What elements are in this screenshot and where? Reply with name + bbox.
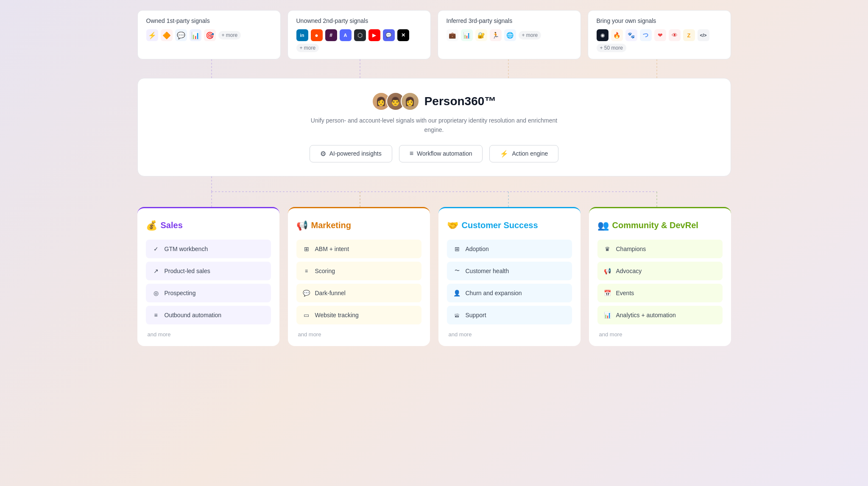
customer-success-card: 🤝 Customer Success ⊞ Adoption 〜 Customer… <box>438 207 581 346</box>
workflow-automation-button[interactable]: ≡ Workflow automation <box>399 145 483 162</box>
sales-card: 💰 Sales ✓ GTM workbench ↗ Product-led sa… <box>137 207 279 346</box>
inferred-signals-icons: 💼 📊 🔐 🏃 🌐 + more <box>447 29 572 41</box>
unowned-signals-icons: in ● # A ⬡ ▶ 💬 ✕ + more <box>296 29 422 52</box>
dark-funnel-item[interactable]: 💬 Dark-funnel <box>296 284 421 302</box>
marketing-and-more: and more <box>296 331 421 338</box>
churn-expansion-item[interactable]: 👤 Churn and expansion <box>447 284 572 302</box>
owned-signals-icons: ⚡ 🔶 💬 📊 🎯 + more <box>146 29 272 41</box>
workflow-icon: ≡ <box>410 150 413 157</box>
events-item[interactable]: 📅 Events <box>597 284 723 302</box>
health-label: Customer health <box>466 268 509 274</box>
byos-icon-3: 🐾 <box>625 29 637 41</box>
sales-and-more: and more <box>146 331 271 338</box>
inferred-icon-4: 🏃 <box>490 29 502 41</box>
health-icon: 〜 <box>453 267 461 275</box>
byos-icon-7: Z <box>683 29 695 41</box>
analytics-icon: 📊 <box>603 311 612 319</box>
discord-icon: 💬 <box>383 29 395 41</box>
lower-connector-area <box>137 176 731 207</box>
linkedin-icon: in <box>296 29 308 41</box>
outbound-icon: ≡ <box>152 311 160 319</box>
gtm-icon: ✓ <box>152 245 160 253</box>
pls-label: Product-led sales <box>165 268 210 274</box>
byos-icon-4: つ <box>640 29 652 41</box>
pls-icon: ↗ <box>152 267 160 275</box>
outbound-automation-item[interactable]: ≡ Outbound automation <box>146 306 271 324</box>
advocacy-icon: 📢 <box>603 267 612 275</box>
scoring-item[interactable]: ≡ Scoring <box>296 262 421 280</box>
cs-title: Customer Success <box>462 221 538 230</box>
outbound-label: Outbound automation <box>165 312 222 318</box>
marketing-title: Marketing <box>311 221 351 230</box>
inferred-signals-card: Inferred 3rd-party signals 💼 📊 🔐 🏃 🌐 + m… <box>438 10 581 59</box>
top-connector-svg <box>137 59 731 78</box>
churn-icon: 👤 <box>453 289 461 297</box>
gtm-label: GTM workbench <box>165 246 208 252</box>
person360-title: Person360™ <box>424 95 497 108</box>
signals-row: Owned 1st-party signals ⚡ 🔶 💬 📊 🎯 + more… <box>137 10 731 59</box>
sales-items: ✓ GTM workbench ↗ Product-led sales ◎ Pr… <box>146 240 271 324</box>
person360-subtitle: Unify person- and account-level signals … <box>307 116 561 135</box>
action-engine-button[interactable]: ⚡ Action engine <box>489 145 558 162</box>
avatar-3: 👩 <box>401 92 419 111</box>
marketing-icon: 📢 <box>296 220 308 231</box>
support-item[interactable]: 🛎 Support <box>447 306 572 324</box>
champions-item[interactable]: ♛ Champions <box>597 240 723 258</box>
website-label: Website tracking <box>315 312 359 318</box>
adoption-label: Adoption <box>466 246 489 252</box>
unowned-signals-card: Unowned 2nd-party signals in ● # A ⬡ ▶ 💬… <box>287 10 431 59</box>
sales-icon: 💰 <box>146 220 157 231</box>
inferred-icon-1: 💼 <box>447 29 458 41</box>
advocacy-item[interactable]: 📢 Advocacy <box>597 262 723 280</box>
signal-icon-1: ⚡ <box>146 29 158 41</box>
abm-intent-item[interactable]: ⊞ ABM + intent <box>296 240 421 258</box>
byos-signals-card: Bring your own signals ◉ 🔥 🐾 つ ❤ 👁 Z </>… <box>588 10 731 59</box>
community-card: 👥 Community & DevRel ♛ Champions 📢 Advoc… <box>589 207 731 346</box>
inferred-more-badge: + more <box>519 31 541 39</box>
cs-icon: 🤝 <box>447 220 458 231</box>
ai-insights-label: AI-powered insights <box>329 150 382 157</box>
byos-icon-2: 🔥 <box>611 29 623 41</box>
analytics-automation-item[interactable]: 📊 Analytics + automation <box>597 306 723 324</box>
customer-health-item[interactable]: 〜 Customer health <box>447 262 572 280</box>
events-icon: 📅 <box>603 289 612 297</box>
champions-icon: ♛ <box>603 245 612 253</box>
adoption-icon: ⊞ <box>453 245 461 253</box>
analytics-label: Analytics + automation <box>616 312 676 318</box>
marketing-items: ⊞ ABM + intent ≡ Scoring 💬 Dark-funnel ▭… <box>296 240 421 324</box>
cs-items: ⊞ Adoption 〜 Customer health 👤 Churn and… <box>447 240 572 324</box>
lower-connector-svg <box>137 176 731 207</box>
churn-label: Churn and expansion <box>466 290 522 296</box>
owned-signals-card: Owned 1st-party signals ⚡ 🔶 💬 📊 🎯 + more <box>137 10 281 59</box>
avatar-group: 👩 👨 👩 <box>372 92 419 111</box>
signal-icon-3: 💬 <box>175 29 187 41</box>
signal-icon-4: 📊 <box>190 29 201 41</box>
action-icon: ⚡ <box>500 150 508 158</box>
prospecting-label: Prospecting <box>165 290 196 296</box>
unowned-signals-title: Unowned 2nd-party signals <box>296 17 422 24</box>
slack-icon: # <box>325 29 337 41</box>
person360-header: 👩 👨 👩 Person360™ <box>148 92 720 111</box>
champions-label: Champions <box>616 246 646 252</box>
gtm-workbench-item[interactable]: ✓ GTM workbench <box>146 240 271 258</box>
inferred-icon-2: 📊 <box>461 29 473 41</box>
ai-insights-button[interactable]: ⚙ AI-powered insights <box>310 145 392 162</box>
x-icon: ✕ <box>397 29 409 41</box>
website-tracking-item[interactable]: ▭ Website tracking <box>296 306 421 324</box>
marketing-header: 📢 Marketing <box>296 220 421 231</box>
product-led-sales-item[interactable]: ↗ Product-led sales <box>146 262 271 280</box>
support-label: Support <box>466 312 486 318</box>
adoption-item[interactable]: ⊞ Adoption <box>447 240 572 258</box>
action-label: Action engine <box>512 150 548 157</box>
byos-more-badge: + 50 more <box>597 44 626 52</box>
person360-section: 👩 👨 👩 Person360™ Unify person- and accou… <box>137 78 731 176</box>
darkfunnel-label: Dark-funnel <box>315 290 346 296</box>
byos-icon-5: ❤ <box>654 29 666 41</box>
prospecting-item[interactable]: ◎ Prospecting <box>146 284 271 302</box>
workflow-label: Workflow automation <box>417 150 472 157</box>
sales-title: Sales <box>161 221 183 230</box>
owned-signals-title: Owned 1st-party signals <box>146 17 272 24</box>
abm-label: ABM + intent <box>315 246 349 252</box>
inferred-icon-5: 🌐 <box>504 29 516 41</box>
top-connector-area <box>137 59 731 78</box>
